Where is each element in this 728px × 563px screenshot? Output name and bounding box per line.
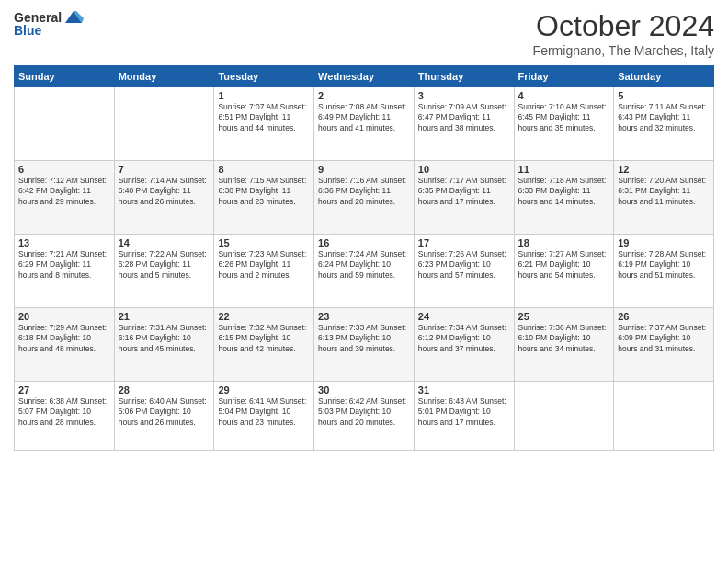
calendar-page: General Blue October 2024 Fermignano, Th… <box>0 0 728 563</box>
day-number: 30 <box>318 385 410 396</box>
day-number: 7 <box>119 164 210 175</box>
calendar-week-row: 13Sunrise: 7:21 AM Sunset: 6:29 PM Dayli… <box>15 235 714 308</box>
table-row: 4Sunrise: 7:10 AM Sunset: 6:45 PM Daylig… <box>514 87 614 161</box>
calendar-week-row: 27Sunrise: 6:38 AM Sunset: 5:07 PM Dayli… <box>15 382 714 451</box>
day-number: 3 <box>418 90 510 101</box>
table-row: 5Sunrise: 7:11 AM Sunset: 6:43 PM Daylig… <box>614 87 714 161</box>
table-row: 1Sunrise: 7:07 AM Sunset: 6:51 PM Daylig… <box>214 87 314 161</box>
table-row: 22Sunrise: 7:32 AM Sunset: 6:15 PM Dayli… <box>214 308 314 382</box>
table-row: 9Sunrise: 7:16 AM Sunset: 6:36 PM Daylig… <box>314 161 415 235</box>
col-wednesday: Wednesday <box>314 66 415 87</box>
table-row: 8Sunrise: 7:15 AM Sunset: 6:38 PM Daylig… <box>214 161 314 235</box>
col-monday: Monday <box>114 66 214 87</box>
day-info: Sunrise: 7:11 AM Sunset: 6:43 PM Dayligh… <box>618 102 710 133</box>
day-info: Sunrise: 7:28 AM Sunset: 6:19 PM Dayligh… <box>618 249 710 281</box>
day-number: 4 <box>518 90 610 101</box>
day-info: Sunrise: 6:41 AM Sunset: 5:04 PM Dayligh… <box>218 396 310 428</box>
calendar-week-row: 1Sunrise: 7:07 AM Sunset: 6:51 PM Daylig… <box>15 87 714 161</box>
col-thursday: Thursday <box>414 66 514 87</box>
day-info: Sunrise: 6:40 AM Sunset: 5:06 PM Dayligh… <box>119 396 210 428</box>
table-row: 16Sunrise: 7:24 AM Sunset: 6:24 PM Dayli… <box>314 235 415 308</box>
day-info: Sunrise: 7:10 AM Sunset: 6:45 PM Dayligh… <box>518 102 610 133</box>
day-info: Sunrise: 7:17 AM Sunset: 6:35 PM Dayligh… <box>418 176 510 207</box>
day-number: 15 <box>218 237 310 248</box>
day-number: 20 <box>18 311 110 322</box>
table-row: 11Sunrise: 7:18 AM Sunset: 6:33 PM Dayli… <box>514 161 614 235</box>
day-number: 25 <box>518 311 610 322</box>
table-row: 10Sunrise: 7:17 AM Sunset: 6:35 PM Dayli… <box>414 161 514 235</box>
calendar-header-row: Sunday Monday Tuesday Wednesday Thursday… <box>15 66 714 87</box>
day-number: 29 <box>218 385 310 396</box>
day-number: 21 <box>119 311 210 322</box>
table-row <box>614 382 714 451</box>
day-info: Sunrise: 7:23 AM Sunset: 6:26 PM Dayligh… <box>218 249 310 281</box>
day-info: Sunrise: 7:32 AM Sunset: 6:15 PM Dayligh… <box>218 323 310 354</box>
col-friday: Friday <box>514 66 614 87</box>
col-sunday: Sunday <box>15 66 115 87</box>
day-info: Sunrise: 7:27 AM Sunset: 6:21 PM Dayligh… <box>518 249 610 281</box>
table-row: 20Sunrise: 7:29 AM Sunset: 6:18 PM Dayli… <box>15 308 115 382</box>
day-info: Sunrise: 7:20 AM Sunset: 6:31 PM Dayligh… <box>618 176 710 207</box>
calendar-table: Sunday Monday Tuesday Wednesday Thursday… <box>14 65 714 451</box>
day-info: Sunrise: 7:08 AM Sunset: 6:49 PM Dayligh… <box>318 102 410 133</box>
day-info: Sunrise: 7:36 AM Sunset: 6:10 PM Dayligh… <box>518 323 610 354</box>
day-number: 14 <box>119 237 210 248</box>
table-row: 30Sunrise: 6:42 AM Sunset: 5:03 PM Dayli… <box>314 382 415 451</box>
table-row: 28Sunrise: 6:40 AM Sunset: 5:06 PM Dayli… <box>114 382 214 451</box>
table-row: 21Sunrise: 7:31 AM Sunset: 6:16 PM Dayli… <box>114 308 214 382</box>
day-number: 8 <box>218 164 310 175</box>
day-number: 28 <box>119 385 210 396</box>
col-tuesday: Tuesday <box>214 66 314 87</box>
day-info: Sunrise: 7:31 AM Sunset: 6:16 PM Dayligh… <box>119 323 210 354</box>
day-number: 9 <box>318 164 410 175</box>
calendar-week-row: 6Sunrise: 7:12 AM Sunset: 6:42 PM Daylig… <box>15 161 714 235</box>
day-number: 24 <box>418 311 510 322</box>
day-info: Sunrise: 7:21 AM Sunset: 6:29 PM Dayligh… <box>18 249 110 281</box>
table-row: 14Sunrise: 7:22 AM Sunset: 6:28 PM Dayli… <box>114 235 214 308</box>
day-number: 16 <box>318 237 410 248</box>
day-info: Sunrise: 7:29 AM Sunset: 6:18 PM Dayligh… <box>18 323 110 354</box>
day-info: Sunrise: 7:34 AM Sunset: 6:12 PM Dayligh… <box>418 323 510 354</box>
logo: General Blue <box>14 9 84 38</box>
day-number: 6 <box>18 164 110 175</box>
day-info: Sunrise: 7:15 AM Sunset: 6:38 PM Dayligh… <box>218 176 310 207</box>
day-number: 1 <box>218 90 310 101</box>
title-block: October 2024 Fermignano, The Marches, It… <box>533 9 714 58</box>
day-info: Sunrise: 7:18 AM Sunset: 6:33 PM Dayligh… <box>518 176 610 207</box>
day-number: 10 <box>418 164 510 175</box>
day-number: 26 <box>618 311 710 322</box>
table-row: 19Sunrise: 7:28 AM Sunset: 6:19 PM Dayli… <box>614 235 714 308</box>
table-row: 25Sunrise: 7:36 AM Sunset: 6:10 PM Dayli… <box>514 308 614 382</box>
col-saturday: Saturday <box>614 66 714 87</box>
day-number: 18 <box>518 237 610 248</box>
table-row <box>114 87 214 161</box>
day-number: 22 <box>218 311 310 322</box>
table-row: 7Sunrise: 7:14 AM Sunset: 6:40 PM Daylig… <box>114 161 214 235</box>
subtitle: Fermignano, The Marches, Italy <box>533 43 714 58</box>
day-number: 17 <box>418 237 510 248</box>
day-info: Sunrise: 7:16 AM Sunset: 6:36 PM Dayligh… <box>318 176 410 207</box>
logo-blue: Blue <box>14 23 41 38</box>
day-info: Sunrise: 7:07 AM Sunset: 6:51 PM Dayligh… <box>218 102 310 133</box>
table-row: 3Sunrise: 7:09 AM Sunset: 6:47 PM Daylig… <box>414 87 514 161</box>
day-info: Sunrise: 7:12 AM Sunset: 6:42 PM Dayligh… <box>18 176 110 207</box>
table-row: 29Sunrise: 6:41 AM Sunset: 5:04 PM Dayli… <box>214 382 314 451</box>
table-row: 13Sunrise: 7:21 AM Sunset: 6:29 PM Dayli… <box>15 235 115 308</box>
day-info: Sunrise: 7:26 AM Sunset: 6:23 PM Dayligh… <box>418 249 510 281</box>
day-number: 2 <box>318 90 410 101</box>
month-title: October 2024 <box>533 9 714 43</box>
logo-icon <box>63 9 84 26</box>
day-number: 31 <box>418 385 510 396</box>
table-row <box>514 382 614 451</box>
table-row: 12Sunrise: 7:20 AM Sunset: 6:31 PM Dayli… <box>614 161 714 235</box>
table-row: 24Sunrise: 7:34 AM Sunset: 6:12 PM Dayli… <box>414 308 514 382</box>
day-info: Sunrise: 7:37 AM Sunset: 6:09 PM Dayligh… <box>618 323 710 354</box>
table-row: 15Sunrise: 7:23 AM Sunset: 6:26 PM Dayli… <box>214 235 314 308</box>
table-row <box>15 87 115 161</box>
day-number: 11 <box>518 164 610 175</box>
table-row: 26Sunrise: 7:37 AM Sunset: 6:09 PM Dayli… <box>614 308 714 382</box>
day-info: Sunrise: 6:38 AM Sunset: 5:07 PM Dayligh… <box>18 396 110 428</box>
table-row: 18Sunrise: 7:27 AM Sunset: 6:21 PM Dayli… <box>514 235 614 308</box>
day-info: Sunrise: 6:43 AM Sunset: 5:01 PM Dayligh… <box>418 396 510 428</box>
day-info: Sunrise: 7:22 AM Sunset: 6:28 PM Dayligh… <box>119 249 210 281</box>
